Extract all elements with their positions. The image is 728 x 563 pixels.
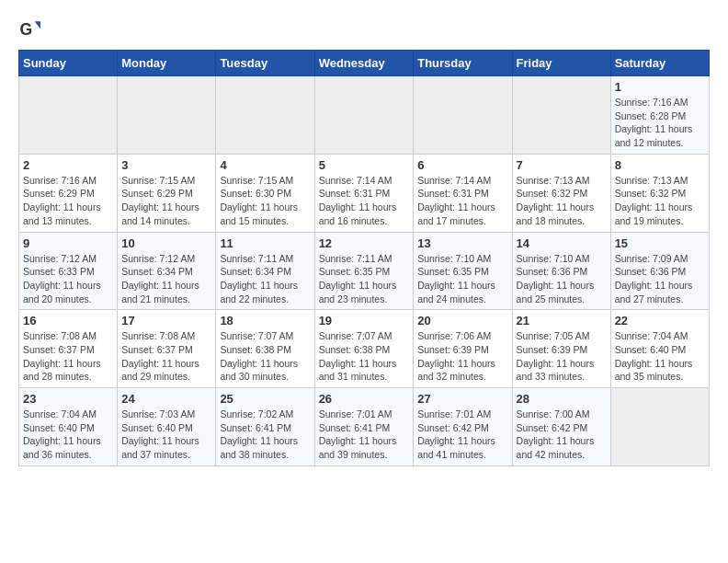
calendar-cell — [19, 76, 118, 155]
day-info: Sunrise: 7:03 AM Sunset: 6:40 PM Dayligh… — [121, 408, 211, 462]
day-info: Sunrise: 7:14 AM Sunset: 6:31 PM Dayligh… — [417, 174, 507, 228]
calendar-header-saturday: Saturday — [610, 51, 709, 76]
day-info: Sunrise: 7:10 AM Sunset: 6:35 PM Dayligh… — [417, 252, 507, 306]
calendar-cell — [414, 76, 512, 155]
calendar-cell — [216, 76, 314, 155]
calendar-cell — [314, 76, 414, 155]
day-number: 17 — [121, 314, 211, 327]
day-number: 16 — [23, 314, 113, 327]
day-number: 27 — [417, 392, 507, 406]
day-info: Sunrise: 7:04 AM Sunset: 6:40 PM Dayligh… — [615, 329, 705, 384]
calendar-cell: 25Sunrise: 7:02 AM Sunset: 6:41 PM Dayli… — [216, 388, 314, 466]
day-number: 22 — [615, 314, 705, 327]
day-number: 13 — [417, 236, 507, 250]
day-info: Sunrise: 7:13 AM Sunset: 6:32 PM Dayligh… — [517, 174, 607, 228]
day-info: Sunrise: 7:15 AM Sunset: 6:29 PM Dayligh… — [121, 174, 211, 228]
calendar-cell: 5Sunrise: 7:14 AM Sunset: 6:31 PM Daylig… — [314, 154, 414, 232]
calendar-cell: 23Sunrise: 7:04 AM Sunset: 6:40 PM Dayli… — [19, 388, 118, 466]
day-info: Sunrise: 7:07 AM Sunset: 6:38 PM Dayligh… — [319, 329, 410, 384]
day-info: Sunrise: 7:16 AM Sunset: 6:28 PM Dayligh… — [615, 96, 705, 150]
day-number: 18 — [220, 314, 310, 327]
day-number: 2 — [23, 158, 113, 172]
day-info: Sunrise: 7:08 AM Sunset: 6:37 PM Dayligh… — [121, 329, 211, 384]
day-number: 12 — [319, 236, 410, 250]
calendar-cell: 4Sunrise: 7:15 AM Sunset: 6:30 PM Daylig… — [216, 154, 314, 232]
day-number: 26 — [319, 392, 410, 406]
day-number: 24 — [121, 392, 211, 406]
calendar-cell: 15Sunrise: 7:09 AM Sunset: 6:36 PM Dayli… — [610, 232, 709, 310]
calendar-cell: 7Sunrise: 7:13 AM Sunset: 6:32 PM Daylig… — [512, 154, 610, 232]
calendar-cell: 8Sunrise: 7:13 AM Sunset: 6:32 PM Daylig… — [610, 154, 709, 232]
day-info: Sunrise: 7:08 AM Sunset: 6:37 PM Dayligh… — [23, 329, 113, 384]
day-info: Sunrise: 7:04 AM Sunset: 6:40 PM Dayligh… — [23, 408, 113, 462]
day-info: Sunrise: 7:09 AM Sunset: 6:36 PM Dayligh… — [615, 252, 705, 306]
day-info: Sunrise: 7:12 AM Sunset: 6:33 PM Dayligh… — [23, 252, 113, 306]
day-info: Sunrise: 7:10 AM Sunset: 6:36 PM Dayligh… — [517, 252, 607, 306]
calendar-table: SundayMondayTuesdayWednesdayThursdayFrid… — [18, 50, 710, 466]
calendar-cell: 9Sunrise: 7:12 AM Sunset: 6:33 PM Daylig… — [19, 232, 118, 310]
calendar-cell: 10Sunrise: 7:12 AM Sunset: 6:34 PM Dayli… — [118, 232, 216, 310]
calendar-cell: 27Sunrise: 7:01 AM Sunset: 6:42 PM Dayli… — [414, 388, 512, 466]
day-number: 10 — [121, 236, 211, 250]
calendar-cell: 20Sunrise: 7:06 AM Sunset: 6:39 PM Dayli… — [414, 310, 512, 388]
day-info: Sunrise: 7:15 AM Sunset: 6:30 PM Dayligh… — [220, 174, 310, 228]
day-info: Sunrise: 7:05 AM Sunset: 6:39 PM Dayligh… — [517, 329, 607, 384]
day-number: 9 — [23, 236, 113, 250]
day-number: 8 — [615, 158, 705, 172]
calendar-header-wednesday: Wednesday — [314, 51, 414, 76]
calendar-cell: 14Sunrise: 7:10 AM Sunset: 6:36 PM Dayli… — [512, 232, 610, 310]
day-number: 4 — [220, 158, 310, 172]
calendar-cell: 16Sunrise: 7:08 AM Sunset: 6:37 PM Dayli… — [19, 310, 118, 388]
calendar-cell — [610, 388, 709, 466]
page-header: G — [18, 18, 710, 40]
day-number: 3 — [121, 158, 211, 172]
day-number: 6 — [417, 158, 507, 172]
day-number: 5 — [319, 158, 410, 172]
day-info: Sunrise: 7:01 AM Sunset: 6:42 PM Dayligh… — [417, 408, 507, 462]
day-info: Sunrise: 7:14 AM Sunset: 6:31 PM Dayligh… — [319, 174, 410, 228]
calendar-cell: 13Sunrise: 7:10 AM Sunset: 6:35 PM Dayli… — [414, 232, 512, 310]
calendar-cell: 11Sunrise: 7:11 AM Sunset: 6:34 PM Dayli… — [216, 232, 314, 310]
calendar-cell: 28Sunrise: 7:00 AM Sunset: 6:42 PM Dayli… — [512, 388, 610, 466]
day-number: 23 — [23, 392, 113, 406]
calendar-cell: 6Sunrise: 7:14 AM Sunset: 6:31 PM Daylig… — [414, 154, 512, 232]
calendar-cell: 3Sunrise: 7:15 AM Sunset: 6:29 PM Daylig… — [118, 154, 216, 232]
day-number: 21 — [517, 314, 607, 327]
calendar-header-friday: Friday — [512, 51, 610, 76]
day-info: Sunrise: 7:07 AM Sunset: 6:38 PM Dayligh… — [220, 329, 310, 384]
day-number: 19 — [319, 314, 410, 327]
day-info: Sunrise: 7:00 AM Sunset: 6:42 PM Dayligh… — [517, 408, 607, 462]
day-info: Sunrise: 7:13 AM Sunset: 6:32 PM Dayligh… — [615, 174, 705, 228]
day-info: Sunrise: 7:16 AM Sunset: 6:29 PM Dayligh… — [23, 174, 113, 228]
calendar-cell — [512, 76, 610, 155]
day-number: 11 — [220, 236, 310, 250]
logo: G — [18, 18, 44, 40]
calendar-cell: 21Sunrise: 7:05 AM Sunset: 6:39 PM Dayli… — [512, 310, 610, 388]
day-info: Sunrise: 7:11 AM Sunset: 6:34 PM Dayligh… — [220, 252, 310, 306]
calendar-cell: 22Sunrise: 7:04 AM Sunset: 6:40 PM Dayli… — [610, 310, 709, 388]
calendar-cell: 18Sunrise: 7:07 AM Sunset: 6:38 PM Dayli… — [216, 310, 314, 388]
svg-text:G: G — [20, 20, 33, 39]
day-info: Sunrise: 7:06 AM Sunset: 6:39 PM Dayligh… — [417, 329, 507, 384]
day-number: 25 — [220, 392, 310, 406]
logo-icon: G — [18, 18, 40, 40]
day-info: Sunrise: 7:12 AM Sunset: 6:34 PM Dayligh… — [121, 252, 211, 306]
calendar-cell: 19Sunrise: 7:07 AM Sunset: 6:38 PM Dayli… — [314, 310, 414, 388]
svg-marker-1 — [35, 21, 40, 29]
day-info: Sunrise: 7:01 AM Sunset: 6:41 PM Dayligh… — [319, 408, 410, 462]
day-number: 14 — [517, 236, 607, 250]
calendar-header-tuesday: Tuesday — [216, 51, 314, 76]
day-number: 7 — [517, 158, 607, 172]
calendar-cell: 12Sunrise: 7:11 AM Sunset: 6:35 PM Dayli… — [314, 232, 414, 310]
calendar-cell — [118, 76, 216, 155]
calendar-cell: 2Sunrise: 7:16 AM Sunset: 6:29 PM Daylig… — [19, 154, 118, 232]
calendar-cell: 17Sunrise: 7:08 AM Sunset: 6:37 PM Dayli… — [118, 310, 216, 388]
day-number: 28 — [517, 392, 607, 406]
day-info: Sunrise: 7:11 AM Sunset: 6:35 PM Dayligh… — [319, 252, 410, 306]
day-number: 15 — [615, 236, 705, 250]
day-info: Sunrise: 7:02 AM Sunset: 6:41 PM Dayligh… — [220, 408, 310, 462]
day-number: 1 — [615, 80, 705, 94]
calendar-cell: 26Sunrise: 7:01 AM Sunset: 6:41 PM Dayli… — [314, 388, 414, 466]
calendar-header-sunday: Sunday — [19, 51, 118, 76]
calendar-header-thursday: Thursday — [414, 51, 512, 76]
